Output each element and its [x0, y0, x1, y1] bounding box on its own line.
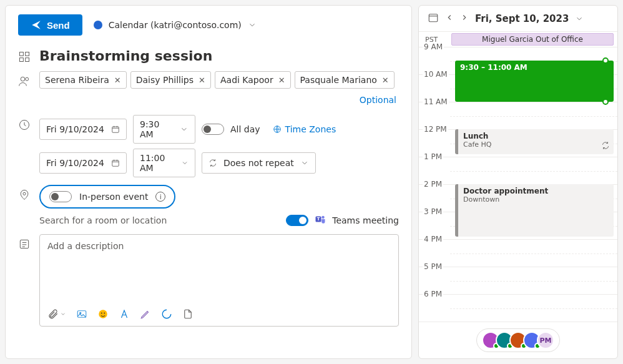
remove-icon[interactable]: ✕ — [199, 76, 205, 85]
loop-button[interactable] — [161, 308, 172, 320]
calendar-event[interactable]: Doctor appointment Downtown — [455, 184, 614, 237]
in-person-toggle[interactable] — [49, 191, 72, 202]
chevron-down-icon[interactable] — [575, 14, 584, 23]
hour-label: 12 PM — [423, 125, 448, 134]
hour-label: 11 AM — [423, 97, 449, 106]
hour-label: 2 PM — [423, 180, 443, 189]
svg-rect-3 — [26, 58, 29, 62]
emoji-button[interactable] — [97, 308, 109, 320]
event-title: Doctor appointment — [463, 187, 609, 195]
hour-label: 1 PM — [423, 152, 443, 161]
start-date-field[interactable]: Fri 9/10/2024 — [39, 119, 127, 140]
resize-handle-top[interactable] — [602, 57, 609, 64]
calendar-today-icon[interactable] — [428, 12, 439, 25]
start-time-field[interactable]: 9:30 AM — [133, 115, 195, 144]
svg-point-17 — [99, 310, 107, 318]
format-button[interactable] — [119, 308, 130, 320]
location-row: In-person event i Search for a room or l… — [18, 185, 399, 227]
editor-header: Send Calendar (katri@contoso.com) — [18, 14, 399, 36]
calendar-selector[interactable]: Calendar (katri@contoso.com) — [94, 20, 257, 30]
send-button[interactable]: Send — [18, 14, 82, 36]
avatar-pill[interactable]: PM — [476, 328, 560, 352]
hour-label: 4 PM — [423, 235, 443, 243]
svg-rect-0 — [20, 52, 24, 56]
description-placeholder: Add a description — [47, 241, 391, 303]
in-person-label: In-person event — [79, 192, 148, 202]
chevron-down-icon — [181, 159, 189, 167]
all-day-toggle-group: All day — [202, 124, 260, 135]
layout-icon[interactable] — [18, 51, 31, 63]
event-subtitle: Downtown — [463, 195, 609, 204]
calendar-icon — [111, 125, 120, 134]
send-icon — [31, 19, 42, 31]
time-row-group: Fri 9/10/2024 9:30 AM All day Time Zones — [18, 115, 399, 177]
calendar-label: Calendar (katri@contoso.com) — [109, 20, 242, 30]
end-time-field[interactable]: 11:00 AM — [133, 149, 195, 177]
hour-label: 5 PM — [423, 262, 443, 271]
svg-point-4 — [21, 77, 25, 81]
attendee-chip[interactable]: Daisy Phillips✕ — [130, 71, 211, 89]
description-toolbar — [47, 303, 391, 320]
event-title: Lunch — [463, 132, 609, 140]
in-person-toggle-group: In-person event i — [39, 185, 175, 209]
attendee-chip[interactable]: Aadi Kapoor✕ — [215, 71, 291, 89]
recurrence-icon — [208, 159, 217, 167]
teams-meeting-toggle[interactable] — [286, 215, 308, 226]
optional-link[interactable]: Optional — [357, 92, 399, 107]
hour-label: 10 AM — [423, 70, 449, 79]
insert-button[interactable] — [182, 308, 194, 320]
event-title[interactable]: Brainstorming session — [39, 48, 399, 64]
calendar-icon — [111, 159, 120, 167]
svg-point-5 — [26, 77, 29, 81]
info-icon[interactable]: i — [155, 192, 165, 202]
hour-label: 3 PM — [423, 207, 443, 216]
svg-rect-20 — [429, 14, 438, 22]
calendar-event[interactable]: Lunch Cafe HQ — [455, 129, 614, 154]
recurrence-field[interactable]: Does not repeat — [202, 152, 316, 174]
people-icon — [18, 75, 31, 87]
svg-rect-9 — [112, 160, 119, 166]
svg-text:T: T — [317, 217, 320, 222]
all-day-label: All day — [230, 124, 260, 134]
description-icon — [18, 238, 31, 250]
teams-icon: T — [315, 214, 326, 227]
svg-point-18 — [101, 313, 102, 314]
attach-button[interactable] — [47, 308, 66, 320]
location-icon — [18, 189, 31, 201]
timeline[interactable]: PST Miguel Garcia Out of Office 9 AM10 A… — [419, 32, 617, 322]
resize-handle-bottom[interactable] — [602, 99, 609, 105]
draw-button[interactable] — [140, 308, 151, 320]
time-zones-button[interactable]: Time Zones — [273, 124, 336, 134]
hour-label: 9 AM — [423, 42, 444, 51]
svg-rect-7 — [112, 127, 119, 132]
event-editor-pane: Send Calendar (katri@contoso.com) Brains… — [5, 5, 412, 359]
scheduling-header: Fri, Sept 10, 2023 — [419, 6, 617, 32]
schedule-date[interactable]: Fri, Sept 10, 2023 — [475, 13, 569, 24]
prev-day-button[interactable] — [445, 13, 454, 24]
svg-point-10 — [23, 192, 26, 195]
out-of-office-bar[interactable]: Miguel Garcia Out of Office — [451, 33, 614, 46]
svg-rect-1 — [26, 52, 29, 56]
all-day-toggle[interactable] — [202, 124, 224, 135]
remove-icon[interactable]: ✕ — [278, 76, 285, 85]
send-label: Send — [47, 20, 70, 31]
attendee-chip[interactable]: Pasquale Mariano✕ — [295, 71, 395, 89]
svg-point-13 — [322, 216, 325, 219]
attendee-chips: Serena Ribeira✕ Daisy Phillips✕ Aadi Kap… — [39, 71, 399, 107]
hour-label: 6 PM — [423, 290, 443, 298]
remove-icon[interactable]: ✕ — [114, 76, 121, 85]
remove-icon[interactable]: ✕ — [382, 76, 389, 85]
next-day-button[interactable] — [460, 13, 469, 24]
location-input[interactable]: Search for a room or location — [39, 215, 167, 225]
image-button[interactable] — [76, 308, 87, 320]
chevron-down-icon — [300, 159, 309, 167]
description-row: Add a description — [18, 234, 399, 327]
chevron-down-icon — [180, 125, 189, 134]
description-box[interactable]: Add a description — [39, 234, 399, 327]
svg-point-19 — [104, 313, 105, 314]
avatar[interactable]: PM — [537, 332, 554, 349]
globe-icon — [273, 125, 282, 134]
attendee-chip[interactable]: Serena Ribeira✕ — [39, 71, 127, 89]
end-date-field[interactable]: Fri 9/10/2024 — [39, 152, 127, 174]
proposed-event-block[interactable]: 9:30 – 11:00 AM — [455, 61, 614, 102]
